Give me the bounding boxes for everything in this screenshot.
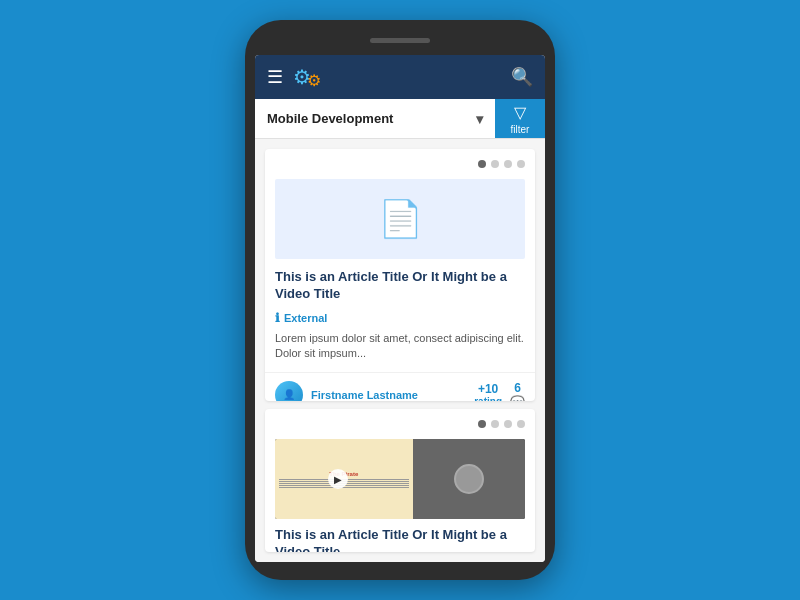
dot-2 (491, 160, 499, 168)
comment-count-1: 6 (514, 381, 521, 395)
filter-label: filter (511, 124, 530, 135)
dot-3 (504, 160, 512, 168)
phone-frame: ☰ ⚙ ⚙ 🔍 Mobile Development ▾ ▽ filter (245, 20, 555, 580)
video-person (413, 439, 526, 519)
dot-1 (478, 160, 486, 168)
category-dropdown[interactable]: Mobile Development ▾ (255, 99, 495, 138)
avatar-1: 👤 (275, 381, 303, 401)
filter-button[interactable]: ▽ filter (495, 99, 545, 138)
category-label: Mobile Development (267, 111, 393, 126)
card-badge-1: ℹ External (275, 311, 327, 325)
card-title-1: This is an Article Title Or It Might be … (275, 269, 525, 303)
card-excerpt-1: Lorem ipsum dolor sit amet, consect adip… (275, 331, 525, 362)
author-name-1: Firstname Lastname (311, 389, 466, 401)
rating-block-1: +10 rating (474, 382, 502, 401)
card-body-1: This is an Article Title Or It Might be … (265, 259, 535, 372)
dot-2-3 (504, 420, 512, 428)
card-thumbnail-video-2: The Pirate ▶ (275, 439, 525, 519)
card-header-1 (265, 149, 535, 179)
search-icon[interactable]: 🔍 (511, 66, 533, 88)
pagination-dots-1 (478, 160, 525, 168)
phone-speaker (370, 38, 430, 43)
rating-label-1: rating (474, 396, 502, 401)
phone-screen: ☰ ⚙ ⚙ 🔍 Mobile Development ▾ ▽ filter (255, 55, 545, 562)
comment-block-1: 6 💬 (510, 381, 525, 401)
article-card-1[interactable]: 📄 This is an Article Title Or It Might b… (265, 149, 535, 401)
dot-2-2 (491, 420, 499, 428)
badge-label: External (284, 312, 327, 324)
avatar-image-1: 👤 (275, 381, 303, 401)
dot-2-1 (478, 420, 486, 428)
card-header-2 (265, 409, 535, 439)
play-button[interactable]: ▶ (328, 469, 348, 489)
hamburger-icon[interactable]: ☰ (267, 66, 283, 88)
comment-icon: 💬 (510, 395, 525, 401)
badge-icon: ℹ (275, 311, 280, 325)
gear-orange-icon: ⚙ (307, 71, 321, 90)
app-logo: ⚙ ⚙ (293, 65, 321, 90)
filter-bar: Mobile Development ▾ ▽ filter (255, 99, 545, 139)
dot-4 (517, 160, 525, 168)
card-footer-1: 👤 Firstname Lastname +10 rating 6 💬 (265, 372, 535, 401)
card-thumbnail-1: 📄 (275, 179, 525, 259)
filter-icon: ▽ (514, 103, 526, 122)
dot-2-4 (517, 420, 525, 428)
person-silhouette (454, 464, 484, 494)
pagination-dots-2 (478, 420, 525, 428)
article-card-2[interactable]: The Pirate ▶ This is an Ar (265, 409, 535, 552)
document-icon: 📄 (378, 198, 423, 240)
rating-value-1: +10 (478, 382, 498, 396)
content-area: 📄 This is an Article Title Or It Might b… (255, 139, 545, 562)
nav-left: ☰ ⚙ ⚙ (267, 65, 321, 90)
card-title-2: This is an Article Title Or It Might be … (265, 519, 535, 552)
chevron-down-icon: ▾ (476, 111, 483, 127)
nav-bar: ☰ ⚙ ⚙ 🔍 (255, 55, 545, 99)
